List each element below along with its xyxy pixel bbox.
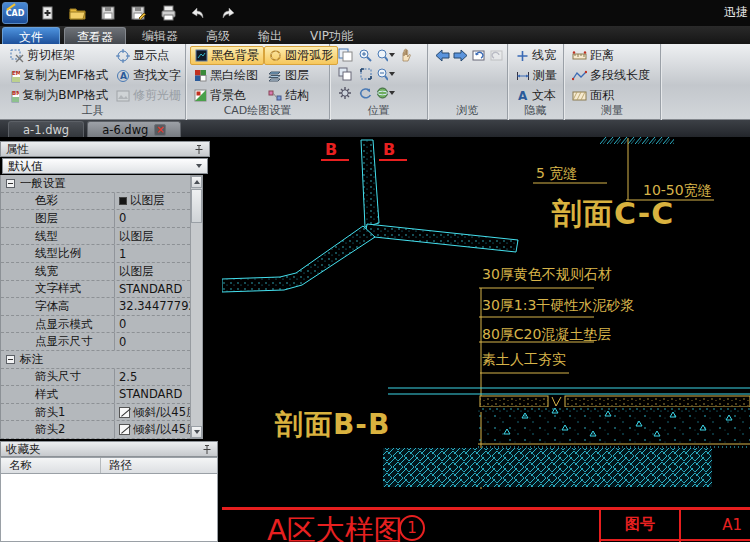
ribbon-group-position: 位置 xyxy=(330,44,428,120)
undo-button[interactable] xyxy=(188,4,208,22)
scroll-up-button[interactable] xyxy=(191,176,202,188)
gear-icon xyxy=(338,86,353,100)
background-color-icon xyxy=(194,89,207,102)
drawing-canvas[interactable]: B B 5 宽缝 10-50宽缝 剖面C-C 30厚黄色不规则石材 30厚1:3… xyxy=(222,137,750,542)
bw-drawing-button[interactable]: 黑白绘图 xyxy=(190,66,264,85)
favorites-list[interactable] xyxy=(0,474,218,542)
open-folder-icon xyxy=(69,5,87,21)
section-marker-b2: B xyxy=(383,140,395,159)
measure-polyline-button[interactable]: 多段线长度 xyxy=(568,66,660,85)
zoom-in-button[interactable] xyxy=(356,46,375,64)
previous-view-button[interactable] xyxy=(471,46,488,64)
window-title: 迅捷 xyxy=(724,4,748,21)
pan-button[interactable] xyxy=(396,46,415,64)
new-file-button[interactable] xyxy=(38,4,58,22)
redo-button[interactable] xyxy=(218,4,238,22)
property-row-layer[interactable]: 图层0 xyxy=(1,210,190,228)
ribbon-filler xyxy=(661,44,750,119)
favorites-column-headers: 名称 路径 xyxy=(0,457,218,474)
property-row-arrow1[interactable]: 箭头1倾斜/以45度角 xyxy=(1,404,190,422)
layers-button[interactable]: 图层 xyxy=(264,66,338,85)
zoom-in-icon xyxy=(358,48,373,62)
property-row-arrow2[interactable]: 箭头2倾斜/以45度角 xyxy=(1,421,190,439)
zoom-extents-button[interactable] xyxy=(356,65,375,83)
copy-emf-button[interactable]: EMF复制为EMF格式 xyxy=(6,66,112,85)
view-settings-button[interactable] xyxy=(336,84,355,102)
section-bb-title: 剖面B-B xyxy=(275,406,390,444)
ribbon: 剪切框架 EMF复制为EMF格式 BMP复制为BMP格式 显示点 A查找文字 修… xyxy=(0,44,750,120)
oblique-arrow-icon xyxy=(119,424,130,435)
property-row-ltscale[interactable]: 线型比例1 xyxy=(1,245,190,263)
text-icon: A xyxy=(516,89,529,102)
zoom-window-button[interactable] xyxy=(376,46,395,64)
property-row-fontheight[interactable]: 字体高32.344777925 xyxy=(1,298,190,316)
tab-close-button[interactable]: × xyxy=(154,124,166,136)
property-row-linetype[interactable]: 线型以图层 xyxy=(1,228,190,246)
property-row-color[interactable]: 色彩以图层 xyxy=(1,193,190,211)
cad-viewer-window: CAD 迅捷 文件 查看器 编辑器 高级 输出 VIP功能 剪切框架 EMF复制… xyxy=(0,0,750,542)
pan-hand-icon xyxy=(399,48,413,62)
save-button[interactable] xyxy=(98,4,118,22)
note-soil: 素土人工夯实 xyxy=(482,351,566,369)
open-file-button[interactable] xyxy=(68,4,88,22)
section-general[interactable]: 一般设置 xyxy=(1,175,190,193)
black-background-toggle[interactable]: 黑色背景 xyxy=(190,46,264,65)
collapse-icon[interactable] xyxy=(6,179,15,188)
copy-view-button[interactable] xyxy=(336,65,355,83)
menu-advanced[interactable]: 高级 xyxy=(194,27,242,44)
trim-raster-icon xyxy=(116,89,130,103)
find-text-button[interactable]: A查找文字 xyxy=(112,66,185,85)
rotate-view-button[interactable] xyxy=(356,84,375,102)
property-row-arrowsize[interactable]: 箭头尺寸2.5 xyxy=(1,369,190,387)
next-view-button[interactable] xyxy=(489,46,506,64)
scroll-down-button[interactable] xyxy=(191,426,202,438)
app-logo[interactable]: CAD xyxy=(2,2,28,24)
tab-a1dwg[interactable]: a-1.dwg xyxy=(8,121,84,137)
tab-a6dwg[interactable]: a-6.dwg× xyxy=(87,121,181,137)
menu-output[interactable]: 输出 xyxy=(246,27,294,44)
column-name[interactable]: 名称 xyxy=(1,458,101,473)
back-button[interactable] xyxy=(434,46,451,64)
save-as-button[interactable] xyxy=(128,4,148,22)
area-icon xyxy=(572,90,587,102)
menu-viewer[interactable]: 查看器 xyxy=(64,27,126,44)
hide-lineweight-button[interactable]: 线宽 xyxy=(512,46,563,65)
property-row-pdsize[interactable]: 点显示尺寸0 xyxy=(1,333,190,351)
menu-file[interactable]: 文件 xyxy=(2,27,60,44)
menu-vip[interactable]: VIP功能 xyxy=(298,27,365,44)
paste-view-button[interactable] xyxy=(336,46,355,64)
pin-icon[interactable] xyxy=(194,144,204,155)
property-row-textstyle[interactable]: 文字样式STANDARD xyxy=(1,281,190,299)
property-row-lineweight[interactable]: 线宽以图层 xyxy=(1,263,190,281)
pin-icon[interactable] xyxy=(202,444,212,455)
layers-icon xyxy=(268,69,282,82)
print-button[interactable] xyxy=(158,4,178,22)
orbit-3d-button[interactable] xyxy=(376,84,395,102)
distance-icon xyxy=(572,50,587,62)
section-marker-b1: B xyxy=(325,140,337,159)
menu-editor[interactable]: 编辑器 xyxy=(130,27,190,44)
save-as-icon xyxy=(130,5,146,21)
property-row-dimstyle[interactable]: 样式STANDARD xyxy=(1,386,190,404)
smooth-arc-toggle[interactable]: 圆滑弧形 xyxy=(264,46,338,65)
forward-button[interactable] xyxy=(452,46,469,64)
property-scrollbar[interactable] xyxy=(190,175,203,439)
back-arrow-icon xyxy=(435,49,450,62)
column-path[interactable]: 路径 xyxy=(101,458,132,473)
clip-frame-button[interactable]: 剪切框架 xyxy=(6,46,112,65)
property-row-pdmode[interactable]: 点显示模式0 xyxy=(1,316,190,334)
zoom-out-button[interactable] xyxy=(376,65,395,83)
preset-dropdown[interactable]: 默认值 xyxy=(2,158,208,174)
collapse-icon[interactable] xyxy=(6,355,15,364)
orbit-3d-icon xyxy=(376,86,388,100)
section-dimension[interactable]: 标注 xyxy=(1,351,190,369)
color-swatch xyxy=(119,197,127,205)
ribbon-group-measure: 距离 多段线长度 面积 测量 xyxy=(564,44,661,120)
previous-view-icon xyxy=(472,49,486,62)
titlebar: CAD 迅捷 xyxy=(0,0,750,26)
show-point-button[interactable]: 显示点 xyxy=(112,46,185,65)
dropdown-arrow-icon xyxy=(389,53,395,57)
scroll-thumb[interactable] xyxy=(191,189,202,223)
measure-distance-button[interactable]: 距离 xyxy=(568,46,660,65)
hide-measure-button[interactable]: 测量 xyxy=(512,66,563,85)
